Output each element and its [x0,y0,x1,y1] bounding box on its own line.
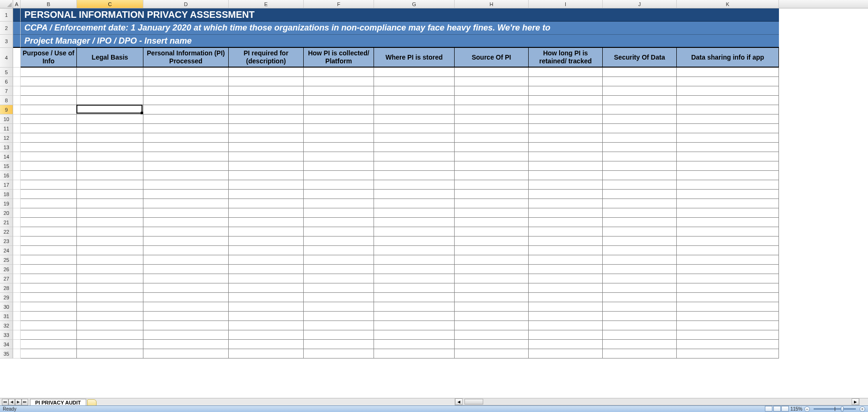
row-header-9[interactable]: 9 [0,105,13,114]
zoom-out-button[interactable]: − [804,406,810,412]
row-header-29[interactable]: 29 [0,293,13,302]
cell-E16[interactable] [229,171,304,180]
cell-B16[interactable] [21,171,77,180]
cell-D35[interactable] [143,349,229,359]
cell-G10[interactable] [374,114,455,124]
cell-E6[interactable] [229,77,304,86]
cell-C11[interactable] [77,124,143,133]
cell-I11[interactable] [529,124,603,133]
cell-H13[interactable] [455,143,529,152]
cell-D32[interactable] [143,321,229,330]
cell-C12[interactable] [77,133,143,143]
cell-J24[interactable] [603,246,677,255]
cell-A15[interactable] [13,161,21,171]
cell-G16[interactable] [374,171,455,180]
cell-G5[interactable] [374,68,455,77]
cell-A20[interactable] [13,208,21,218]
table-header[interactable]: Source Of PI [455,48,529,68]
cell-I15[interactable] [529,161,603,171]
project-manager-cell[interactable]: Project Manager / IPO / DPO - Insert nam… [21,35,779,48]
cell-B17[interactable] [21,180,77,190]
cell-A31[interactable] [13,312,21,321]
cell-G31[interactable] [374,312,455,321]
cell-I26[interactable] [529,265,603,274]
row-header-6[interactable]: 6 [0,77,13,86]
cell-K19[interactable] [677,199,779,208]
cell-C26[interactable] [77,265,143,274]
cell-F32[interactable] [304,321,374,330]
zoom-slider-track[interactable] [814,408,856,410]
cell-K34[interactable] [677,340,779,349]
cell-G15[interactable] [374,161,455,171]
cell-C14[interactable] [77,152,143,161]
cell-A24[interactable] [13,246,21,255]
row-header-7[interactable]: 7 [0,86,13,96]
cell-G28[interactable] [374,283,455,293]
cell-B13[interactable] [21,143,77,152]
cell-D9[interactable] [143,105,229,114]
cell-G22[interactable] [374,227,455,237]
cell-E26[interactable] [229,265,304,274]
cell-F5[interactable] [304,68,374,77]
row-header-11[interactable]: 11 [0,124,13,133]
row-header-26[interactable]: 26 [0,265,13,274]
cell-F23[interactable] [304,237,374,246]
row-header-20[interactable]: 20 [0,208,13,218]
cell-K5[interactable] [677,68,779,77]
cell-D24[interactable] [143,246,229,255]
cell-B31[interactable] [21,312,77,321]
cell-J7[interactable] [603,86,677,96]
cell-H21[interactable] [455,218,529,227]
table-header[interactable]: How long PI is retained/ tracked [529,48,603,68]
cell-H5[interactable] [455,68,529,77]
cell-J27[interactable] [603,274,677,283]
tab-nav-prev[interactable]: ◀ [8,399,15,405]
row-header-33[interactable]: 33 [0,330,13,340]
cell-K11[interactable] [677,124,779,133]
cell-E5[interactable] [229,68,304,77]
table-header[interactable]: Legal Basis [77,48,143,68]
cell-I30[interactable] [529,302,603,312]
cell-J25[interactable] [603,255,677,265]
scroll-right-arrow[interactable]: ▶ [852,398,859,405]
cell-G32[interactable] [374,321,455,330]
cell-A7[interactable] [13,86,21,96]
cell-C15[interactable] [77,161,143,171]
cell-B14[interactable] [21,152,77,161]
row-header-30[interactable]: 30 [0,302,13,312]
cell-E34[interactable] [229,340,304,349]
cell-D23[interactable] [143,237,229,246]
cell-F18[interactable] [304,190,374,199]
cell-K22[interactable] [677,227,779,237]
cell-C16[interactable] [77,171,143,180]
cell-J13[interactable] [603,143,677,152]
cell-F21[interactable] [304,218,374,227]
column-header-D[interactable]: D [143,0,229,8]
row-header-28[interactable]: 28 [0,283,13,293]
cell-F35[interactable] [304,349,374,359]
cell-J10[interactable] [603,114,677,124]
cell-G14[interactable] [374,152,455,161]
cell-I18[interactable] [529,190,603,199]
cell-D27[interactable] [143,274,229,283]
row-header-12[interactable]: 12 [0,133,13,143]
cell-K31[interactable] [677,312,779,321]
cell-E9[interactable] [229,105,304,114]
cell-G11[interactable] [374,124,455,133]
cell-K7[interactable] [677,86,779,96]
cell-G34[interactable] [374,340,455,349]
table-header[interactable]: How PI is collected/ Platform [304,48,374,68]
cell-E29[interactable] [229,293,304,302]
column-header-H[interactable]: H [455,0,529,8]
cell-E17[interactable] [229,180,304,190]
cell-B23[interactable] [21,237,77,246]
subtitle-cell[interactable]: CCPA / Enforcement date: 1 January 2020 … [21,22,779,35]
table-header[interactable]: Data sharing info if app [677,48,779,68]
cell-F34[interactable] [304,340,374,349]
cell-E23[interactable] [229,237,304,246]
cell-C18[interactable] [77,190,143,199]
cell-D29[interactable] [143,293,229,302]
cell-H17[interactable] [455,180,529,190]
cell-D34[interactable] [143,340,229,349]
cell-B9[interactable] [21,105,77,114]
